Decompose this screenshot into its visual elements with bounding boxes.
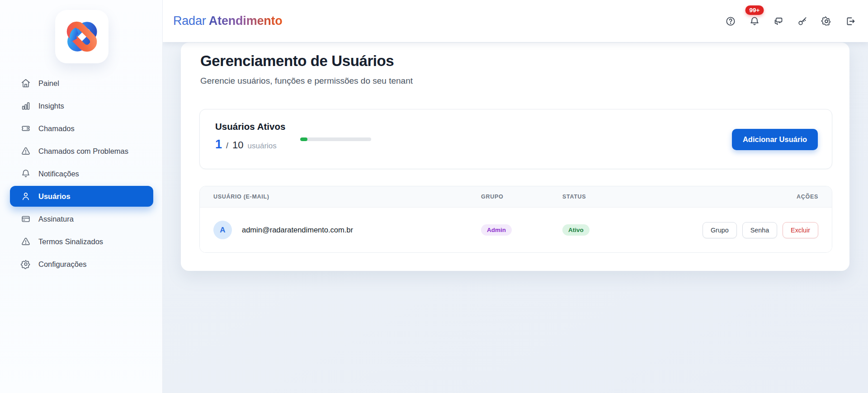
sidebar-item-chamados[interactable]: Chamados bbox=[10, 117, 153, 140]
sidebar-item-label: Notificações bbox=[38, 170, 79, 178]
usage-progress-fill bbox=[300, 137, 307, 141]
sidebar-item-painel[interactable]: Painel bbox=[10, 72, 153, 95]
sidebar-item-label: Painel bbox=[38, 79, 59, 88]
sidebar-item-configuracoes[interactable]: Configurações bbox=[10, 253, 153, 275]
usage-current: 1 bbox=[215, 137, 222, 152]
sidebar: Painel Insights Chamados Chamados com Pr… bbox=[0, 0, 163, 393]
sidebar-item-chamados-problemas[interactable]: Chamados com Problemas bbox=[10, 140, 153, 162]
app-root: { "brand": { "name_regular": "Radar", "n… bbox=[0, 0, 868, 393]
alert-triangle-icon bbox=[21, 237, 31, 246]
notifications-bell-icon[interactable]: 99+ bbox=[749, 15, 760, 27]
bell-icon bbox=[21, 169, 31, 179]
column-header-user: USUÁRIO (E-MAIL) bbox=[213, 194, 481, 200]
user-icon bbox=[21, 191, 31, 201]
add-user-button[interactable]: Adicionar Usuário bbox=[732, 129, 818, 150]
logout-icon[interactable] bbox=[844, 15, 856, 27]
top-header: Radar Atendimento 99+ bbox=[163, 0, 868, 42]
active-users-card: Usuários Ativos 1 / 10 usuários Adiciona… bbox=[199, 109, 832, 169]
active-users-title: Usuários Ativos bbox=[215, 121, 285, 132]
main-content-card: Gerenciamento de Usuários Gerencie usuár… bbox=[181, 43, 849, 271]
sidebar-item-usuarios[interactable]: Usuários bbox=[10, 186, 153, 207]
alert-triangle-icon bbox=[21, 146, 31, 156]
header-actions: 99+ bbox=[725, 15, 856, 27]
sidebar-item-label: Insights bbox=[38, 102, 64, 110]
password-action-button[interactable]: Senha bbox=[742, 222, 777, 238]
group-cell: Admin bbox=[481, 224, 562, 236]
brand-bold: Atendimento bbox=[209, 14, 283, 28]
usage-count: 1 / 10 usuários bbox=[215, 137, 277, 152]
sidebar-item-insights[interactable]: Insights bbox=[10, 95, 153, 117]
sidebar-item-label: Assinatura bbox=[38, 215, 74, 223]
sidebar-item-notificacoes[interactable]: Notificações bbox=[10, 162, 153, 185]
status-badge: Ativo bbox=[562, 224, 590, 236]
help-icon[interactable] bbox=[725, 15, 736, 27]
messages-icon[interactable] bbox=[773, 15, 784, 27]
user-email: admin@radaratendimento.com.br bbox=[242, 226, 353, 234]
brand-title: Radar Atendimento bbox=[173, 14, 283, 28]
page-title: Gerenciamento de Usuários bbox=[200, 52, 394, 70]
usage-unit: usuários bbox=[248, 142, 277, 151]
bar-chart-icon bbox=[21, 101, 31, 111]
sidebar-item-label: Termos Sinalizados bbox=[38, 237, 103, 246]
delete-action-button[interactable]: Excluir bbox=[783, 222, 818, 238]
column-header-status: STATUS bbox=[562, 194, 797, 200]
app-logo bbox=[55, 10, 108, 63]
sidebar-item-termos-sinalizados[interactable]: Termos Sinalizados bbox=[10, 230, 153, 253]
sidebar-item-label: Usuários bbox=[38, 192, 71, 201]
sidebar-item-label: Configurações bbox=[38, 260, 86, 269]
sidebar-item-label: Chamados com Problemas bbox=[38, 147, 128, 156]
avatar: A bbox=[213, 221, 232, 239]
credit-card-icon bbox=[21, 214, 31, 224]
home-icon bbox=[21, 78, 31, 88]
table-row: A admin@radaratendimento.com.br Admin At… bbox=[200, 207, 832, 252]
usage-max: 10 bbox=[232, 139, 243, 151]
knot-logo-icon bbox=[60, 15, 104, 58]
brand-regular: Radar bbox=[173, 14, 206, 28]
user-cell: A admin@radaratendimento.com.br bbox=[213, 221, 481, 239]
group-action-button[interactable]: Grupo bbox=[703, 222, 737, 238]
gear-icon bbox=[21, 259, 31, 269]
group-badge: Admin bbox=[481, 224, 512, 236]
usage-progress-bar bbox=[300, 137, 371, 141]
ticket-icon bbox=[21, 123, 31, 133]
key-icon[interactable] bbox=[797, 15, 808, 27]
usage-separator: / bbox=[226, 141, 228, 151]
page-subtitle: Gerencie usuários, funções e permissões … bbox=[200, 76, 413, 86]
table-header-row: USUÁRIO (E-MAIL) GRUPO STATUS AÇÕES bbox=[200, 186, 832, 207]
column-header-actions: AÇÕES bbox=[797, 194, 818, 200]
gear-icon[interactable] bbox=[821, 15, 832, 27]
column-header-group: GRUPO bbox=[481, 194, 562, 200]
notification-count-badge: 99+ bbox=[745, 5, 764, 15]
actions-cell: Grupo Senha Excluir bbox=[703, 222, 818, 238]
sidebar-item-assinatura[interactable]: Assinatura bbox=[10, 208, 153, 230]
status-cell: Ativo bbox=[562, 224, 703, 236]
users-table: USUÁRIO (E-MAIL) GRUPO STATUS AÇÕES A ad… bbox=[199, 186, 832, 253]
sidebar-item-label: Chamados bbox=[38, 124, 75, 133]
sidebar-nav: Painel Insights Chamados Chamados com Pr… bbox=[10, 72, 153, 275]
